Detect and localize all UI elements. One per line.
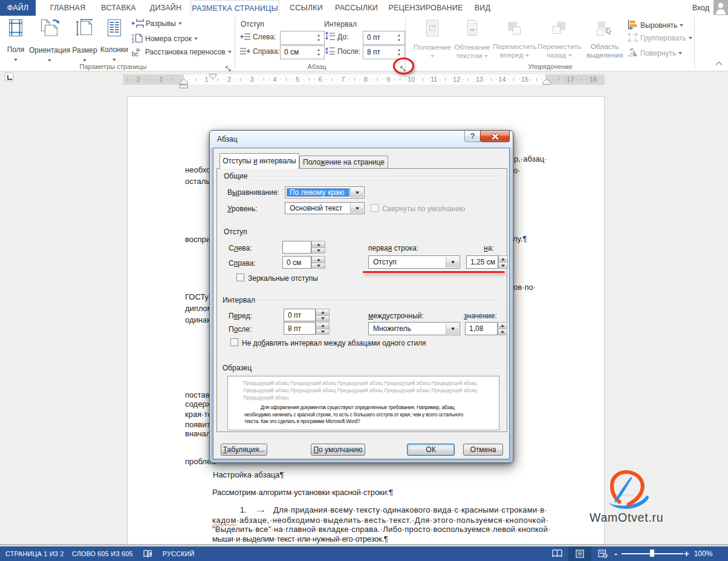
alignment-selection: По левому краю [287,188,349,197]
indent-left-input[interactable] [280,31,325,45]
indent-right-down[interactable] [317,54,320,56]
tab-review[interactable]: РЕЦЕНЗИРОВАНИЕ [387,0,464,16]
alignment-combobox[interactable]: По левому краю [285,186,365,198]
default-button[interactable]: По умолчанию [311,444,365,456]
tab-insert[interactable]: ВСТАВКА [94,0,143,16]
indent-right-input[interactable]: 0 см [282,256,311,269]
status-language[interactable]: РУССКИЙ [163,546,195,561]
rotate-button[interactable]: Повернуть [628,48,682,57]
dialog-tab-indents-spacing[interactable]: Отступы и интервалы [219,153,299,169]
spacing-before-updown[interactable] [316,309,330,321]
tab-file[interactable]: ФАЙЛ [0,0,36,16]
spacing-after-input[interactable]: 8 пт [284,322,316,335]
spacing-before-down[interactable] [398,39,400,41]
first-line-indent-marker[interactable] [209,74,216,79]
spacing-before-input[interactable]: 0 пт [284,309,316,321]
right-indent-marker[interactable] [542,79,551,85]
align-button[interactable]: Выровнять [628,20,683,30]
zoom-percentage[interactable]: 100% [691,546,715,561]
collapsed-checkbox[interactable] [371,204,379,212]
page-setup-dialog-launcher[interactable] [226,64,232,70]
web-layout-button[interactable] [591,546,614,561]
tabs-button[interactable]: Табуляция... [221,444,267,456]
indent-left-updown[interactable] [311,241,325,254]
indent-right-updown[interactable] [311,256,325,269]
mirror-indents-checkbox[interactable] [236,274,244,281]
up-arrow[interactable] [311,241,325,248]
level-dropdown-button[interactable] [350,203,363,213]
at-updown[interactable] [498,322,507,335]
spacing-before-input[interactable]: 0 пт [363,31,405,45]
zoom-out-button[interactable]: - [614,546,617,561]
spacing-before-up[interactable] [398,34,400,36]
down-arrow[interactable] [311,263,325,269]
tab-page-layout[interactable]: РАЗМЕТКА СТРАНИЦЫ [190,0,279,16]
group-button[interactable]: Группировать [628,33,692,42]
margins-button[interactable]: Поля [2,18,29,62]
first-line-combobox[interactable]: Отступ [368,255,460,269]
dialog-help-button[interactable]: ? [464,131,481,142]
line-spacing-combobox[interactable]: Множитель [368,322,460,335]
line-numbers-button[interactable]: 1.2.3. Номера строк [132,33,198,44]
zoom-slider-handle[interactable] [650,550,654,557]
by-updown[interactable] [498,255,508,269]
read-mode-button[interactable] [546,546,568,561]
selection-pane-button[interactable]: Область выделения [582,18,627,59]
down-arrow[interactable] [498,262,508,269]
tab-mailings[interactable]: РАССЫЛКИ [331,0,382,16]
tab-stop-selector[interactable] [5,73,13,81]
orientation-button[interactable]: Ориентация [28,18,71,63]
tab-home[interactable]: ГЛАВНАЯ [42,0,93,16]
line-spacing-dropdown-button[interactable] [446,323,459,334]
avatar[interactable] [713,0,728,15]
breaks-button[interactable]: Разрывы [132,19,182,29]
dialog-tab-line-page-breaks[interactable]: Положение на странице [299,156,388,169]
sign-in-link[interactable]: Вход [692,0,709,16]
horizontal-ruler[interactable]: 211234567891011121314151718 [123,74,605,85]
status-page[interactable]: СТРАНИЦА 1 ИЗ 2 [5,546,64,561]
first-line-dropdown-button[interactable] [446,257,459,267]
wrap-text-button[interactable]: Обтекание текстом [453,18,492,60]
tab-references[interactable]: ССЫЛКИ [285,0,327,16]
alignment-dropdown-button[interactable] [350,188,363,197]
up-arrow[interactable] [498,322,507,329]
print-layout-button[interactable] [568,546,591,561]
down-arrow[interactable] [311,248,325,254]
level-combobox[interactable]: Основной текст [285,202,365,214]
collapse-ribbon-button[interactable] [715,61,723,66]
spacing-after-input[interactable]: 8 пт [363,45,405,59]
size-button[interactable]: Размер [68,18,102,63]
ok-button[interactable]: ОК [407,444,455,456]
proofing-error-icon[interactable] [143,550,153,558]
indent-right-up[interactable] [317,49,320,51]
bring-forward-button[interactable]: Переместить вперед [493,18,536,59]
columns-button[interactable]: Колонки [97,18,131,62]
at-input[interactable]: 1,08 [465,322,498,335]
indent-left-up[interactable] [317,34,320,36]
spacing-after-updown[interactable] [316,322,330,335]
tab-view[interactable]: ВИД [469,0,496,16]
by-input[interactable]: 1,25 см [466,255,498,269]
up-arrow[interactable] [316,309,330,315]
down-arrow[interactable] [498,329,507,335]
position-button[interactable]: Положение [413,18,452,60]
indent-left-down[interactable] [317,39,320,41]
tab-design[interactable]: ДИЗАЙН [144,0,187,16]
indent-right-input[interactable]: 0 см [280,45,325,59]
send-backward-button[interactable]: Переместить назад [538,18,581,59]
cancel-button[interactable]: Отмена [463,444,503,456]
hyphenation-button[interactable]: a- bc Расстановка переносов [132,47,232,57]
indent-left-input[interactable] [282,241,311,254]
down-arrow[interactable] [316,329,330,335]
no-space-checkbox[interactable] [230,338,238,346]
dialog-close-button[interactable] [480,131,510,142]
up-arrow[interactable] [498,255,508,262]
spacing-after-up[interactable] [398,49,400,51]
up-arrow[interactable] [316,322,330,329]
zoom-in-button[interactable]: + [684,546,689,561]
down-arrow[interactable] [316,315,330,322]
up-arrow[interactable] [311,256,325,263]
hanging-indent-marker[interactable] [180,79,188,88]
spacing-after-down[interactable] [398,54,400,56]
status-words[interactable]: СЛОВО 605 ИЗ 605 [72,546,133,561]
